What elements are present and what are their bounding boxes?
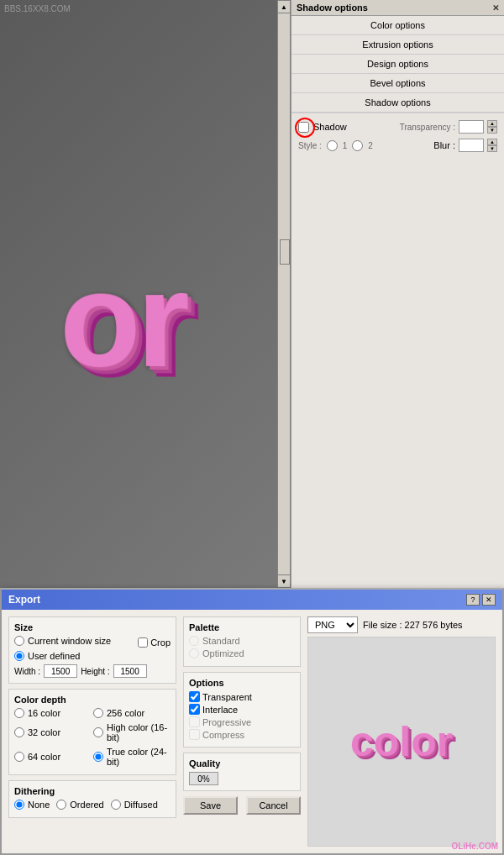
crop-row: Crop	[138, 637, 171, 648]
watermark-bottom: OLiHe.COM	[451, 842, 498, 851]
transparency-spinner[interactable]: ▲ ▼	[487, 120, 497, 134]
cd-32-radio[interactable]	[14, 727, 24, 737]
cd-256-radio[interactable]	[93, 708, 103, 718]
pal-optimized-label: Optimized	[202, 648, 244, 658]
opt-progressive-label: Progressive	[202, 717, 251, 727]
pal-standard-row: Standard	[189, 636, 295, 646]
shadow-label: Shadow	[313, 122, 347, 132]
panel-button-list: Color options Extrusion options Design o…	[291, 16, 504, 113]
transparency-up-arrow[interactable]: ▲	[487, 120, 497, 127]
opt-interlace-row: Interlace	[189, 704, 295, 715]
user-defined-row: User defined	[14, 651, 171, 661]
dith-diffused-label: Diffused	[124, 800, 158, 810]
cancel-button[interactable]: Cancel	[246, 796, 301, 815]
blur-spinner[interactable]: ▲ ▼	[487, 139, 497, 152]
right-section: PNG File size : 227 576 bytes color	[307, 616, 496, 847]
color-depth-group: Color depth 16 color 256 color 32 color	[8, 689, 176, 775]
transparency-input[interactable]	[459, 120, 484, 134]
quality-group: Quality	[183, 753, 301, 791]
shadow-options-button[interactable]: Shadow options	[291, 93, 504, 113]
cd-high-radio[interactable]	[93, 727, 103, 737]
size-group: Size Current window size Crop User defin…	[8, 616, 176, 684]
width-input[interactable]	[44, 664, 77, 678]
opt-compress-label: Compress	[202, 730, 244, 740]
panel-close-button[interactable]: ✕	[492, 3, 499, 13]
opt-progressive-checkbox[interactable]	[189, 716, 200, 727]
crop-checkbox[interactable]	[138, 637, 148, 648]
options-header: Options	[189, 678, 295, 688]
size-header: Size	[14, 622, 171, 632]
opt-compress-checkbox[interactable]	[189, 729, 200, 740]
current-window-radio[interactable]	[14, 636, 24, 646]
panel-titlebar: Shadow options ✕	[291, 0, 504, 16]
dith-none-radio[interactable]	[14, 800, 24, 810]
opt-interlace-checkbox[interactable]	[189, 704, 200, 715]
transparency-down-arrow[interactable]: ▼	[487, 127, 497, 134]
dithering-header: Dithering	[14, 786, 171, 796]
scroll-down-arrow[interactable]: ▼	[277, 574, 291, 588]
quality-input[interactable]	[189, 772, 218, 785]
color-options-button[interactable]: Color options	[291, 16, 504, 35]
width-label: Width :	[14, 667, 40, 676]
cd-32-row: 32 color	[14, 722, 92, 742]
format-select[interactable]: PNG	[307, 616, 358, 633]
cd-16-radio[interactable]	[14, 708, 24, 718]
shadow-options-section: Shadow Transparency : ▲ ▼ Style : 1	[291, 113, 504, 159]
user-defined-label: User defined	[28, 651, 80, 661]
blur-row: Blur : ▲ ▼	[433, 139, 497, 152]
save-button[interactable]: Save	[183, 796, 238, 815]
dith-none-row: None	[14, 800, 50, 810]
blur-down-arrow[interactable]: ▼	[487, 145, 497, 152]
cd-true-radio[interactable]	[93, 752, 103, 762]
dialog-close-button[interactable]: ✕	[482, 594, 496, 606]
opt-transparent-checkbox[interactable]	[189, 691, 200, 702]
cd-64-label: 64 color	[28, 752, 60, 762]
cd-true-row: True color (24-bit)	[93, 747, 171, 767]
design-options-button[interactable]: Design options	[291, 55, 504, 74]
style-2-label: 2	[368, 141, 373, 150]
cd-16-label: 16 color	[28, 708, 60, 718]
dith-ordered-radio[interactable]	[56, 800, 66, 810]
pal-standard-radio[interactable]	[189, 636, 199, 646]
pal-optimized-radio[interactable]	[189, 648, 199, 658]
cd-16-row: 16 color	[14, 708, 92, 718]
dialog-body: Size Current window size Crop User defin…	[2, 610, 502, 853]
cd-64-radio[interactable]	[14, 752, 24, 762]
filesize-text: File size : 227 576 bytes	[363, 620, 463, 630]
dialog-title: Export	[8, 594, 40, 606]
opt-interlace-label: Interlace	[202, 705, 238, 715]
vertical-scrollbar[interactable]: ▲ ▼	[277, 0, 291, 588]
options-group: Options Transparent Interlace Progressiv…	[183, 672, 301, 747]
bevel-options-button[interactable]: Bevel options	[291, 74, 504, 93]
pal-standard-label: Standard	[202, 636, 240, 646]
preview-text: color	[349, 717, 453, 766]
dith-diffused-row: Diffused	[111, 800, 158, 810]
dith-diffused-radio[interactable]	[111, 800, 121, 810]
blur-input[interactable]	[459, 139, 484, 152]
style-2-radio[interactable]	[352, 140, 363, 151]
color-depth-header: Color depth	[14, 695, 171, 705]
cd-32-label: 32 color	[28, 727, 60, 737]
user-defined-radio[interactable]	[14, 651, 24, 661]
style-1-radio[interactable]	[327, 140, 338, 151]
dith-ordered-label: Ordered	[70, 800, 103, 810]
scroll-thumb[interactable]	[280, 239, 290, 265]
current-window-label: Current window size	[28, 636, 111, 646]
blur-up-arrow[interactable]: ▲	[487, 139, 497, 145]
shadow-checkbox-wrapper: Shadow	[298, 122, 347, 133]
quality-header: Quality	[189, 758, 295, 768]
shadow-checkbox[interactable]	[298, 122, 309, 133]
scroll-up-arrow[interactable]: ▲	[277, 0, 291, 13]
style-row: Style : 1 2	[298, 140, 373, 151]
dialog-help-button[interactable]: ?	[466, 594, 480, 606]
cd-high-label: High color (16-bit)	[107, 722, 171, 742]
height-label: Height :	[81, 667, 109, 676]
cd-true-label: True color (24-bit)	[107, 747, 171, 767]
dialog-controls: ? ✕	[466, 594, 496, 606]
opt-transparent-row: Transparent	[189, 691, 295, 702]
height-input[interactable]	[113, 664, 147, 678]
left-section: Size Current window size Crop User defin…	[8, 616, 176, 847]
extrusion-options-button[interactable]: Extrusion options	[291, 35, 504, 55]
dith-none-label: None	[28, 800, 50, 810]
main-area: BBS.16XX8.COM or ▲ ▼ Shadow options ✕ Co…	[0, 0, 504, 588]
